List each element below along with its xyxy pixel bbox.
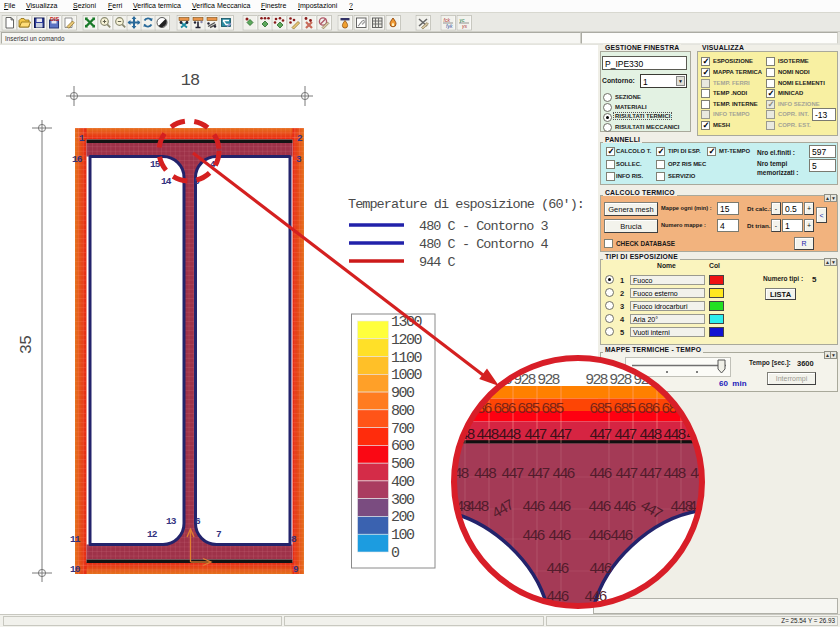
svg-text:500: 500 bbox=[391, 456, 415, 473]
svg-text:448: 448 bbox=[639, 427, 662, 444]
svg-text:100: 100 bbox=[391, 527, 415, 544]
svg-text:1100: 1100 bbox=[391, 350, 423, 367]
svg-text:685: 685 bbox=[517, 401, 540, 418]
svg-text:686: 686 bbox=[493, 401, 516, 418]
svg-text:685: 685 bbox=[613, 401, 636, 418]
svg-text:448: 448 bbox=[498, 427, 521, 444]
svg-text:446: 446 bbox=[589, 561, 612, 578]
svg-text:446: 446 bbox=[522, 499, 545, 516]
svg-text:35: 35 bbox=[17, 335, 36, 354]
svg-text:447: 447 bbox=[614, 427, 636, 444]
svg-text:fyk: fyk bbox=[446, 23, 453, 29]
svg-text:448: 448 bbox=[474, 466, 497, 483]
svg-text:γs: γs bbox=[462, 23, 468, 29]
svg-text:16: 16 bbox=[72, 154, 83, 165]
svg-text:1200: 1200 bbox=[391, 332, 423, 349]
svg-text:68: 68 bbox=[689, 401, 705, 418]
svg-text:400: 400 bbox=[391, 474, 415, 491]
svg-text:448: 448 bbox=[466, 499, 489, 516]
svg-text:446: 446 bbox=[589, 466, 612, 483]
svg-text:10: 10 bbox=[70, 564, 81, 575]
svg-text:446: 446 bbox=[548, 528, 571, 545]
svg-text:446: 446 bbox=[588, 528, 611, 545]
svg-text:447: 447 bbox=[549, 427, 571, 444]
svg-text:448: 448 bbox=[446, 466, 469, 483]
svg-text:448: 448 bbox=[476, 427, 499, 444]
svg-text:200: 200 bbox=[391, 509, 415, 526]
svg-text:800: 800 bbox=[391, 403, 415, 420]
svg-text:14: 14 bbox=[161, 176, 172, 187]
svg-text:11: 11 bbox=[70, 534, 81, 545]
svg-text:18: 18 bbox=[181, 71, 200, 90]
svg-text:928: 928 bbox=[585, 372, 608, 389]
svg-text:447: 447 bbox=[527, 466, 549, 483]
svg-text:446: 446 bbox=[546, 561, 569, 578]
svg-text:1000: 1000 bbox=[391, 367, 423, 384]
svg-text:900: 900 bbox=[391, 385, 415, 402]
svg-text:447: 447 bbox=[589, 427, 611, 444]
svg-text:944 C: 944 C bbox=[419, 255, 456, 270]
svg-text:685: 685 bbox=[589, 401, 612, 418]
svg-text:Temperature di esposizione (60: Temperature di esposizione (60'): bbox=[348, 197, 584, 212]
svg-text:686: 686 bbox=[445, 401, 468, 418]
svg-text:600: 600 bbox=[391, 438, 415, 455]
svg-text:446: 446 bbox=[613, 499, 636, 516]
svg-text:446: 446 bbox=[522, 528, 545, 545]
svg-text:448: 448 bbox=[663, 427, 686, 444]
svg-text:686: 686 bbox=[637, 401, 660, 418]
svg-text:928: 928 bbox=[537, 372, 560, 389]
svg-text:446: 446 bbox=[588, 499, 611, 516]
svg-text:447: 447 bbox=[639, 466, 661, 483]
svg-text:446: 446 bbox=[548, 499, 571, 516]
svg-text:DIS: DIS bbox=[50, 16, 60, 22]
svg-text:300: 300 bbox=[391, 492, 415, 509]
svg-text:685: 685 bbox=[541, 401, 564, 418]
svg-text:480 C - Contorno 3: 480 C - Contorno 3 bbox=[419, 219, 549, 234]
svg-text:928: 928 bbox=[609, 372, 632, 389]
svg-text:12: 12 bbox=[147, 529, 158, 540]
svg-text:480 C - Contorno 4: 480 C - Contorno 4 bbox=[419, 237, 549, 252]
svg-text:13: 13 bbox=[166, 516, 177, 527]
svg-text:447: 447 bbox=[524, 427, 546, 444]
svg-text:928: 928 bbox=[465, 372, 488, 389]
svg-text:446: 446 bbox=[552, 466, 575, 483]
svg-text:447: 447 bbox=[615, 466, 637, 483]
svg-text:700: 700 bbox=[391, 421, 415, 438]
svg-text:448: 448 bbox=[663, 466, 686, 483]
svg-text:446: 446 bbox=[610, 528, 633, 545]
svg-text:447: 447 bbox=[501, 466, 523, 483]
